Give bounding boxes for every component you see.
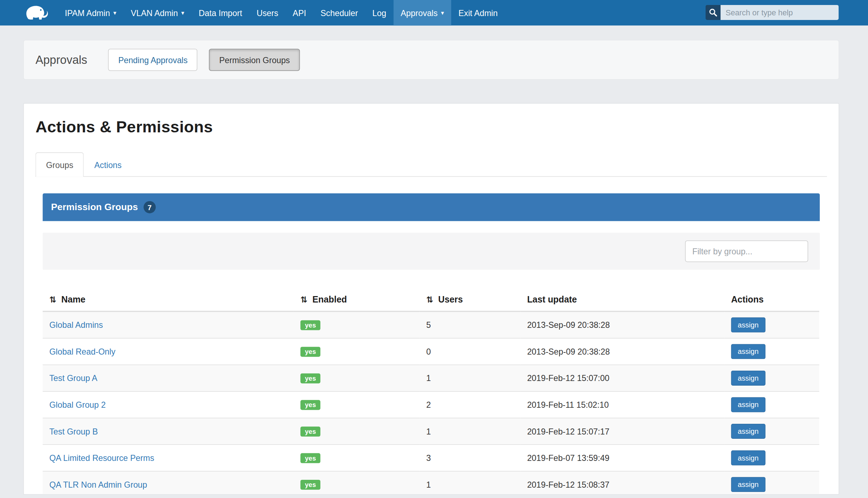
- nav-item-label: Data Import: [199, 8, 242, 17]
- group-name-link[interactable]: QA TLR Non Admin Group: [49, 480, 147, 489]
- nav-item-api[interactable]: API: [286, 0, 313, 25]
- actions-permissions-card: Actions & Permissions Groups Actions Per…: [23, 103, 839, 495]
- card-title: Actions & Permissions: [35, 118, 827, 136]
- sort-icon: ⇅: [49, 295, 56, 304]
- last-update: 2013-Sep-09 20:38:28: [520, 338, 725, 365]
- table-header-row: ⇅Name ⇅Enabled ⇅Users Last update Action: [43, 290, 819, 311]
- nav-item-label: Scheduler: [321, 8, 358, 17]
- nav-item-exit-admin[interactable]: Exit Admin: [451, 0, 505, 25]
- permission-groups-panel-header: Permission Groups 7: [43, 193, 820, 221]
- assign-button[interactable]: assign: [731, 397, 765, 412]
- navbar-search: [706, 5, 839, 20]
- panel-title: Permission Groups: [51, 202, 138, 213]
- last-update: 2019-Feb-07 13:59:49: [520, 444, 725, 471]
- table-row: QA TLR Non Admin Group yes 1 2019-Feb-12…: [43, 471, 819, 495]
- permission-groups-button[interactable]: Permission Groups: [209, 49, 300, 71]
- mammoth-icon: [23, 3, 49, 23]
- nav-item-log[interactable]: Log: [365, 0, 393, 25]
- tab-bar: Groups Actions: [35, 152, 827, 177]
- table-row: Global Admins yes 5 2013-Sep-09 20:38:28…: [43, 311, 819, 338]
- group-name-link[interactable]: Test Group A: [49, 374, 97, 383]
- table-row: Test Group B yes 1 2019-Feb-12 15:07:17 …: [43, 418, 819, 445]
- table-row: Global Read-Only yes 0 2013-Sep-09 20:38…: [43, 338, 819, 365]
- magnifier-icon: [709, 8, 717, 16]
- users-count: 1: [420, 418, 521, 445]
- column-header-enabled[interactable]: ⇅Enabled: [294, 290, 420, 311]
- assign-button[interactable]: assign: [731, 317, 765, 332]
- app-viewport: IPAM Admin ▾ VLAN Admin ▾ Data Import Us…: [0, 0, 868, 498]
- last-update: 2019-Feb-11 15:02:10: [520, 391, 725, 418]
- nav-item-ipam-admin[interactable]: IPAM Admin ▾: [58, 0, 124, 25]
- enabled-badge: yes: [301, 427, 321, 437]
- approvals-header-bar: Approvals Pending Approvals Permission G…: [23, 40, 839, 80]
- nav-item-label: Log: [372, 8, 386, 17]
- table-row: Test Group A yes 1 2019-Feb-12 15:07:00 …: [43, 365, 819, 392]
- nav-menu: IPAM Admin ▾ VLAN Admin ▾ Data Import Us…: [58, 0, 505, 25]
- column-header-actions: Actions: [725, 290, 819, 311]
- group-count-badge: 7: [143, 201, 156, 213]
- tab-actions[interactable]: Actions: [84, 152, 132, 177]
- search-icon[interactable]: [706, 5, 721, 20]
- nav-item-approvals[interactable]: Approvals ▾: [393, 0, 451, 25]
- chevron-down-icon: ▾: [113, 9, 116, 16]
- phpipam-mammoth-logo[interactable]: [22, 0, 50, 25]
- assign-button[interactable]: assign: [731, 344, 765, 359]
- assign-button[interactable]: assign: [731, 477, 765, 492]
- sort-icon: ⇅: [426, 295, 433, 304]
- assign-button[interactable]: assign: [731, 451, 765, 466]
- pending-approvals-button[interactable]: Pending Approvals: [108, 49, 197, 71]
- users-count: 0: [420, 338, 521, 365]
- table-toolbar: [43, 233, 820, 270]
- nav-item-label: Exit Admin: [458, 8, 498, 17]
- column-header-users[interactable]: ⇅Users: [420, 290, 521, 311]
- enabled-badge: yes: [301, 453, 321, 463]
- chevron-down-icon: ▾: [181, 9, 185, 16]
- nav-item-label: IPAM Admin: [65, 8, 110, 17]
- page-title: Approvals: [35, 53, 87, 66]
- enabled-badge: yes: [301, 320, 321, 330]
- tab-groups[interactable]: Groups: [35, 152, 84, 177]
- nav-item-data-import[interactable]: Data Import: [192, 0, 249, 25]
- group-name-link[interactable]: QA Limited Resource Perms: [49, 453, 154, 462]
- column-header-last-update: Last update: [520, 290, 725, 311]
- enabled-badge: yes: [301, 480, 321, 490]
- enabled-badge: yes: [301, 374, 321, 383]
- last-update: 2019-Feb-12 15:08:37: [520, 471, 725, 495]
- group-name-link[interactable]: Global Group 2: [49, 400, 106, 409]
- last-update: 2019-Feb-12 15:07:17: [520, 418, 725, 445]
- users-count: 1: [420, 365, 521, 392]
- nav-item-users[interactable]: Users: [249, 0, 286, 25]
- users-count: 2: [420, 391, 521, 418]
- group-name-link[interactable]: Test Group B: [49, 427, 98, 436]
- last-update: 2013-Sep-09 20:38:28: [520, 311, 725, 338]
- column-header-name[interactable]: ⇅Name: [43, 290, 294, 311]
- assign-button[interactable]: assign: [731, 371, 765, 386]
- enabled-badge: yes: [301, 347, 321, 357]
- users-count: 5: [420, 311, 521, 338]
- group-name-link[interactable]: Global Read-Only: [49, 347, 115, 356]
- assign-button[interactable]: assign: [731, 424, 765, 439]
- filter-input[interactable]: [685, 240, 808, 262]
- nav-item-label: Users: [257, 8, 278, 17]
- nav-item-label: VLAN Admin: [131, 8, 178, 17]
- nav-item-label: API: [293, 8, 306, 17]
- users-count: 3: [420, 444, 521, 471]
- nav-item-vlan-admin[interactable]: VLAN Admin ▾: [123, 0, 191, 25]
- enabled-badge: yes: [301, 400, 321, 410]
- table-row: QA Limited Resource Perms yes 3 2019-Feb…: [43, 444, 819, 471]
- search-input[interactable]: [721, 5, 839, 20]
- table-row: Global Group 2 yes 2 2019-Feb-11 15:02:1…: [43, 391, 819, 418]
- last-update: 2019-Feb-12 15:07:00: [520, 365, 725, 392]
- sort-icon: ⇅: [301, 295, 308, 304]
- page-body: Approvals Pending Approvals Permission G…: [0, 40, 868, 495]
- top-navbar: IPAM Admin ▾ VLAN Admin ▾ Data Import Us…: [0, 0, 868, 25]
- nav-item-scheduler[interactable]: Scheduler: [313, 0, 365, 25]
- nav-item-label: Approvals: [401, 8, 438, 17]
- group-name-link[interactable]: Global Admins: [49, 320, 103, 330]
- permission-groups-table: ⇅Name ⇅Enabled ⇅Users Last update Action: [43, 290, 819, 495]
- chevron-down-icon: ▾: [441, 9, 444, 16]
- users-count: 1: [420, 471, 521, 495]
